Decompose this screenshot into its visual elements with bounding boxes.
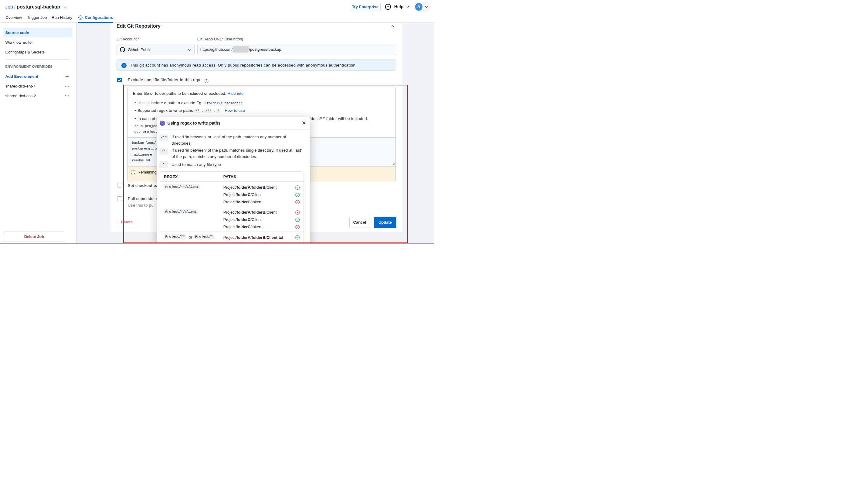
svg-text:?: ? <box>206 80 207 83</box>
svg-text:?: ? <box>387 5 389 9</box>
